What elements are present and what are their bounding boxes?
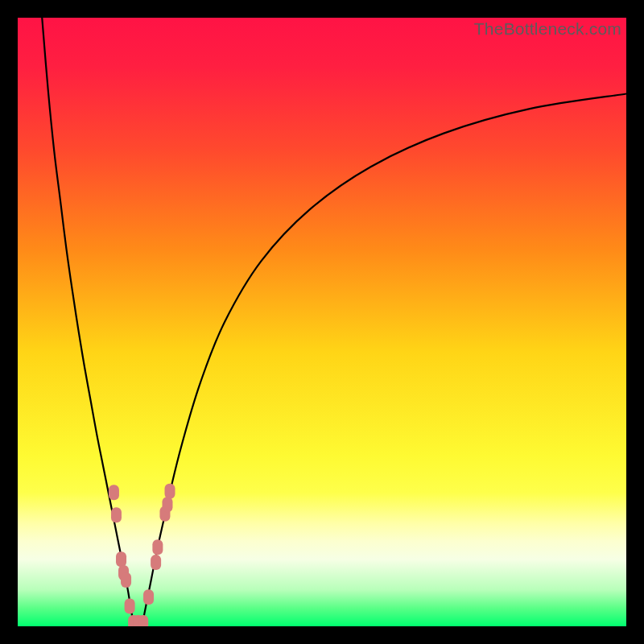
data-marker <box>143 589 154 605</box>
chart-svg <box>18 18 626 626</box>
chart-frame: TheBottleneck.com <box>0 0 644 644</box>
watermark-text: TheBottleneck.com <box>474 19 621 39</box>
plot-area: TheBottleneck.com <box>18 18 626 626</box>
data-marker <box>138 615 148 626</box>
data-marker <box>165 484 175 499</box>
data-marker <box>121 572 131 588</box>
markers-group <box>109 484 175 626</box>
data-marker <box>125 599 135 614</box>
data-marker <box>162 497 172 512</box>
left-branch-curve <box>42 18 133 623</box>
data-marker <box>111 507 122 522</box>
right-branch-curve <box>142 94 626 624</box>
data-marker <box>152 539 163 555</box>
data-marker <box>116 551 126 567</box>
data-marker <box>151 555 161 570</box>
data-marker <box>109 485 119 500</box>
